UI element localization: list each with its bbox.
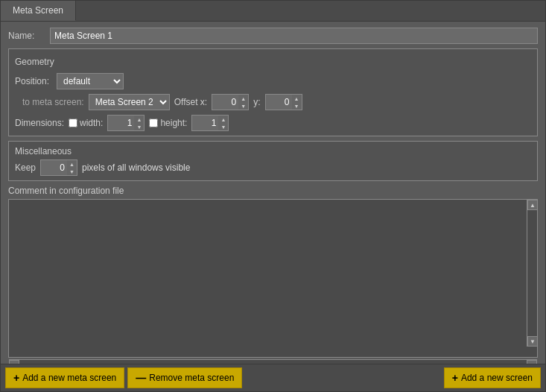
name-row: Name: [8, 28, 538, 44]
to-meta-row: to meta screen: Meta Screen 1 Meta Scree… [22, 94, 531, 110]
meta-screen-select[interactable]: Meta Screen 1 Meta Screen 2 [89, 94, 170, 110]
to-meta-label: to meta screen: [22, 97, 84, 107]
height-up[interactable]: ▲ [218, 116, 228, 123]
comment-label: Comment in configuration file [8, 186, 538, 196]
position-select[interactable]: default absolute relative [57, 73, 124, 89]
comment-textarea[interactable] [9, 200, 527, 357]
keep-suffix: pixels of all windows visible [82, 162, 190, 173]
height-input[interactable] [191, 115, 218, 131]
keep-arrows: ▲ ▼ [67, 159, 77, 176]
comment-scrollbar-h: ◄ ► [9, 359, 537, 364]
add-new-screen-label: Add a new screen [461, 373, 533, 383]
tab-meta-screen[interactable]: Meta Screen [1, 1, 76, 21]
comment-scrollbar-v[interactable]: ▲ ▼ [527, 200, 537, 347]
width-up[interactable]: ▲ [134, 116, 144, 123]
width-down[interactable]: ▼ [134, 123, 144, 130]
offset-y-label: y: [253, 97, 260, 107]
bottom-bar: + Add a new meta screen — Remove meta sc… [1, 364, 545, 391]
keep-up[interactable]: ▲ [67, 160, 77, 168]
misc-section: Miscellaneous Keep ▲ ▼ pixels of all win… [8, 141, 538, 181]
height-arrows: ▲ ▼ [218, 115, 229, 131]
height-down[interactable]: ▼ [218, 123, 228, 130]
scrollbar-up-btn[interactable]: ▲ [527, 200, 538, 210]
width-spinner: ▲ ▼ [107, 115, 145, 131]
keep-row: Keep ▲ ▼ pixels of all windows visible [15, 159, 531, 176]
height-checkbox-label[interactable]: height: [149, 118, 187, 128]
width-arrows: ▲ ▼ [134, 115, 145, 131]
add-screen-plus-icon: + [452, 372, 458, 384]
offset-x-spinner: ▲ ▼ [212, 94, 249, 110]
keep-input[interactable] [40, 159, 67, 176]
main-container: Meta Screen Name: Geometry Position: def… [0, 0, 546, 392]
geometry-label: Geometry [15, 57, 531, 67]
remove-meta-label: Remove meta screen [149, 373, 234, 383]
offset-y-spinner: ▲ ▼ [265, 94, 302, 110]
position-row: Position: default absolute relative [15, 73, 531, 89]
offset-x-label: Offset x: [174, 97, 207, 107]
keep-label: Keep [15, 162, 36, 173]
width-input[interactable] [107, 115, 134, 131]
offset-x-arrows: ▲ ▼ [238, 94, 249, 110]
comment-section: Comment in configuration file ▲ ▼ ◄ ► [8, 186, 538, 358]
height-checkbox[interactable] [149, 118, 158, 127]
add-new-meta-button[interactable]: + Add a new meta screen [5, 367, 124, 388]
add-new-meta-label: Add a new meta screen [22, 373, 116, 383]
panel-content: Name: Geometry Position: default absolut… [1, 22, 545, 364]
scrollbar-v-track [527, 210, 537, 336]
comment-area-container: ▲ ▼ ◄ ► [8, 199, 538, 358]
scrollbar-left-btn[interactable]: ◄ [9, 360, 19, 364]
height-spinner: ▲ ▼ [191, 115, 229, 131]
name-label: Name: [8, 31, 45, 41]
scrollbar-h-track [19, 360, 527, 364]
offset-x-up[interactable]: ▲ [238, 95, 248, 102]
offset-y-input[interactable] [265, 94, 292, 110]
scrollbar-down-btn[interactable]: ▼ [527, 336, 538, 347]
misc-label: Miscellaneous [15, 146, 72, 157]
offset-y-arrows: ▲ ▼ [292, 94, 302, 110]
offset-x-down[interactable]: ▼ [238, 102, 248, 110]
dimensions-row: Dimensions: width: ▲ ▼ height: [15, 115, 531, 131]
geometry-section: Geometry Position: default absolute rela… [8, 48, 538, 136]
add-new-screen-button[interactable]: + Add a new screen [444, 367, 541, 388]
offset-x-input[interactable] [212, 94, 238, 110]
scrollbar-right-btn[interactable]: ► [527, 360, 537, 364]
offset-y-up[interactable]: ▲ [292, 95, 302, 102]
width-checkbox-label[interactable]: width: [69, 118, 103, 128]
remove-meta-button[interactable]: — Remove meta screen [127, 367, 242, 388]
offset-y-down[interactable]: ▼ [292, 102, 302, 110]
remove-meta-minus-icon: — [136, 372, 146, 384]
keep-spinner: ▲ ▼ [40, 159, 77, 176]
keep-down[interactable]: ▼ [67, 168, 77, 175]
position-label: Position: [15, 76, 52, 86]
tab-bar: Meta Screen [1, 1, 545, 22]
dimensions-label: Dimensions: [15, 118, 64, 128]
name-input[interactable] [50, 28, 538, 44]
width-checkbox[interactable] [69, 118, 77, 127]
add-meta-plus-icon: + [13, 372, 19, 384]
